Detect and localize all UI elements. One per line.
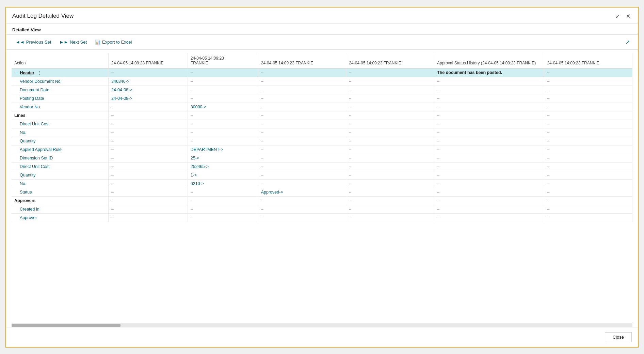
row-col3-cell: –: [258, 86, 346, 94]
row-options-icon[interactable]: ⋮: [37, 71, 42, 75]
dash-value: –: [547, 207, 549, 212]
dash-value: –: [349, 79, 351, 84]
table-row[interactable]: Quantity––––––: [12, 137, 632, 145]
table-row[interactable]: Applied Approval Rule–DEPARTMENT->––––: [12, 145, 632, 154]
row-col3-cell: –: [258, 94, 346, 103]
table-row[interactable]: Quantity–1->––––: [12, 171, 632, 179]
row-col2-cell: –: [188, 213, 258, 222]
dash-value: –: [547, 139, 549, 143]
row-col1-cell: –: [109, 188, 188, 196]
row-label: No.: [12, 128, 109, 137]
row-col1-cell: –: [109, 145, 188, 154]
row-col2-cell: –: [188, 188, 258, 196]
row-col5-cell: –: [434, 205, 544, 213]
row-col4-cell: –: [346, 86, 434, 94]
table-row[interactable]: Document Date24-04-08->–––––: [12, 86, 632, 94]
table-row[interactable]: Direct Unit Cost––––––: [12, 120, 632, 128]
dash-value: –: [191, 96, 193, 101]
row-col6-cell: –: [544, 213, 632, 222]
dash-value: –: [349, 122, 351, 126]
share-button[interactable]: ↗: [623, 37, 632, 47]
dash-value: –: [191, 70, 193, 75]
next-set-icon: ►►: [59, 40, 68, 45]
table-row[interactable]: No.––––––: [12, 128, 632, 137]
dash-value: –: [437, 130, 439, 135]
dash-value: –: [547, 88, 549, 92]
dash-value: –: [191, 130, 193, 135]
dash-value: –: [261, 130, 263, 135]
row-col1-value: 24-04-08->: [109, 94, 188, 103]
toolbar: ◄◄ Previous Set ►► Next Set 📊 Export to …: [6, 34, 638, 50]
export-excel-button[interactable]: 📊 Export to Excel: [91, 38, 136, 46]
dash-value: –: [349, 198, 351, 203]
row-col6-cell: –: [544, 77, 632, 86]
title-bar-icons: ⤢ ✕: [614, 12, 632, 20]
dash-value: –: [191, 207, 193, 212]
dash-value: –: [437, 139, 439, 143]
scrollbar-thumb[interactable]: [12, 324, 120, 327]
close-button[interactable]: Close: [605, 332, 632, 342]
row-col4-cell: –: [346, 205, 434, 213]
row-label: Header: [20, 71, 34, 75]
audit-table: Action 24-04-05 14:09:23 FRANKIE 24-04-0…: [12, 53, 632, 222]
maximize-button[interactable]: ⤢: [614, 12, 621, 20]
dash-value: –: [111, 181, 114, 186]
row-col4-cell: –: [346, 196, 434, 205]
dash-value: –: [349, 130, 351, 135]
dash-value: –: [261, 198, 263, 203]
prev-set-button[interactable]: ◄◄ Previous Set: [12, 38, 55, 46]
dash-value: –: [111, 113, 114, 118]
dash-value: –: [261, 173, 263, 178]
next-set-button[interactable]: ►► Next Set: [55, 38, 91, 46]
next-set-label: Next Set: [70, 40, 87, 45]
row-col6-cell: –: [544, 179, 632, 188]
col4-header: 24-04-05 14:09:23 FRANKIE: [346, 53, 434, 68]
table-row[interactable]: Approver––––––: [12, 213, 632, 222]
dash-value: –: [547, 164, 549, 169]
row-label: Quantity: [12, 137, 109, 145]
table-row[interactable]: →Header⋮––––The document has been posted…: [12, 68, 632, 77]
row-col5-cell: –: [434, 77, 544, 86]
prev-set-icon: ◄◄: [16, 40, 25, 45]
dash-value: –: [191, 198, 193, 203]
horizontal-scrollbar[interactable]: [12, 323, 632, 327]
table-row[interactable]: Posting Date24-04-08->–––––: [12, 94, 632, 103]
dash-value: –: [437, 147, 439, 152]
table-row[interactable]: Vendor No.–30000->––––: [12, 103, 632, 111]
row-col3-cell: –: [258, 120, 346, 128]
dash-value: –: [111, 190, 114, 195]
table-row[interactable]: Approvers––––––: [12, 196, 632, 205]
dash-value: –: [349, 88, 351, 92]
table-row[interactable]: No.–6210->––––: [12, 179, 632, 188]
table-row[interactable]: Status––Approved->–––: [12, 188, 632, 196]
table-container[interactable]: Action 24-04-05 14:09:23 FRANKIE 24-04-0…: [6, 50, 638, 323]
dash-value: –: [261, 88, 263, 92]
row-col1-cell: –: [109, 196, 188, 205]
row-col6-cell: –: [544, 128, 632, 137]
row-col6-cell: –: [544, 86, 632, 94]
row-col3-cell: –: [258, 171, 346, 179]
row-col4-cell: –: [346, 68, 434, 77]
table-row[interactable]: Created in––––––: [12, 205, 632, 213]
table-row[interactable]: Vendor Document No.346346->–––––: [12, 77, 632, 86]
dash-value: –: [261, 156, 263, 160]
row-label: Vendor Document No.: [12, 77, 109, 86]
dash-value: –: [437, 122, 439, 126]
row-col1-cell: –: [109, 179, 188, 188]
table-row[interactable]: Direct Unit Cost–252465->––––: [12, 162, 632, 171]
dash-value: –: [547, 79, 549, 84]
row-label: Approvers: [14, 198, 36, 203]
dash-value: –: [349, 164, 351, 169]
table-row[interactable]: Dimension Set ID–25->––––: [12, 154, 632, 162]
row-col4-cell: –: [346, 103, 434, 111]
dash-value: –: [547, 130, 549, 135]
row-col4-cell: –: [346, 128, 434, 137]
row-col5-cell: –: [434, 120, 544, 128]
dash-value: –: [437, 215, 439, 220]
table-row[interactable]: Lines––––––: [12, 111, 632, 120]
col3-header: 24-04-05 14:09:23 FRANKIE: [258, 53, 346, 68]
row-label: Posting Date: [12, 94, 109, 103]
close-title-button[interactable]: ✕: [625, 12, 632, 20]
dash-value: –: [547, 173, 549, 178]
dash-value: –: [437, 79, 439, 84]
